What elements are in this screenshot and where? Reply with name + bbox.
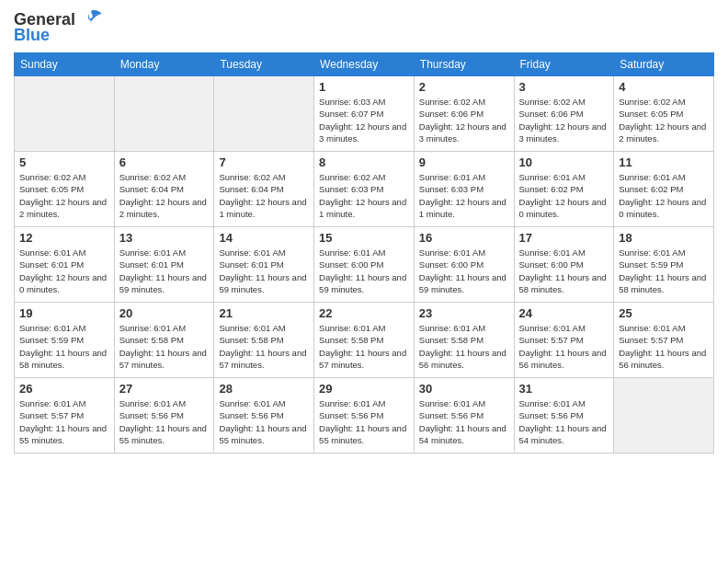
logo: General Blue (14, 9, 104, 45)
calendar-week-row: 1Sunrise: 6:03 AM Sunset: 6:07 PM Daylig… (15, 76, 714, 152)
day-number: 3 (519, 80, 609, 94)
day-info: Sunrise: 6:01 AM Sunset: 5:56 PM Dayligh… (419, 397, 509, 446)
day-info: Sunrise: 6:02 AM Sunset: 6:06 PM Dayligh… (419, 96, 509, 144)
page-container: General Blue SundayMondayTuesdayWednesda… (0, 0, 728, 563)
day-number: 21 (219, 306, 309, 320)
day-info: Sunrise: 6:01 AM Sunset: 5:57 PM Dayligh… (519, 322, 609, 371)
day-info: Sunrise: 6:01 AM Sunset: 6:02 PM Dayligh… (619, 171, 709, 220)
day-info: Sunrise: 6:01 AM Sunset: 6:01 PM Dayligh… (219, 247, 309, 295)
calendar-cell: 25Sunrise: 6:01 AM Sunset: 5:57 PM Dayli… (614, 303, 714, 378)
calendar-cell: 8Sunrise: 6:02 AM Sunset: 6:03 PM Daylig… (314, 152, 415, 227)
day-info: Sunrise: 6:01 AM Sunset: 5:56 PM Dayligh… (119, 397, 210, 446)
calendar-cell: 27Sunrise: 6:01 AM Sunset: 5:56 PM Dayli… (114, 378, 214, 454)
day-info: Sunrise: 6:02 AM Sunset: 6:03 PM Dayligh… (319, 171, 409, 220)
calendar-day-header: Sunday (15, 53, 115, 76)
day-info: Sunrise: 6:01 AM Sunset: 6:00 PM Dayligh… (519, 247, 609, 295)
calendar-cell: 20Sunrise: 6:01 AM Sunset: 5:58 PM Dayli… (114, 303, 214, 378)
day-number: 13 (119, 231, 210, 245)
calendar-cell: 30Sunrise: 6:01 AM Sunset: 5:56 PM Dayli… (414, 378, 514, 454)
day-info: Sunrise: 6:01 AM Sunset: 5:56 PM Dayligh… (319, 397, 409, 446)
day-number: 31 (519, 382, 609, 396)
day-info: Sunrise: 6:01 AM Sunset: 6:01 PM Dayligh… (19, 247, 109, 295)
day-number: 30 (419, 382, 509, 396)
day-number: 19 (19, 306, 109, 320)
day-number: 1 (319, 80, 409, 94)
calendar-cell: 29Sunrise: 6:01 AM Sunset: 5:56 PM Dayli… (314, 378, 415, 454)
day-number: 7 (219, 155, 309, 169)
calendar-cell (114, 76, 214, 152)
calendar-cell: 7Sunrise: 6:02 AM Sunset: 6:04 PM Daylig… (214, 152, 314, 227)
day-number: 10 (519, 155, 609, 169)
day-number: 25 (619, 306, 709, 320)
day-number: 6 (119, 155, 210, 169)
day-number: 24 (519, 306, 609, 320)
day-number: 15 (319, 231, 409, 245)
calendar-cell: 22Sunrise: 6:01 AM Sunset: 5:58 PM Dayli… (314, 303, 415, 378)
calendar-cell (614, 378, 714, 454)
day-info: Sunrise: 6:01 AM Sunset: 5:56 PM Dayligh… (219, 397, 309, 446)
day-number: 4 (619, 80, 709, 94)
calendar-cell: 28Sunrise: 6:01 AM Sunset: 5:56 PM Dayli… (214, 378, 314, 454)
day-number: 22 (319, 306, 409, 320)
day-number: 16 (419, 231, 509, 245)
day-info: Sunrise: 6:01 AM Sunset: 5:57 PM Dayligh… (19, 397, 109, 446)
day-info: Sunrise: 6:01 AM Sunset: 5:58 PM Dayligh… (319, 322, 409, 371)
calendar-week-row: 26Sunrise: 6:01 AM Sunset: 5:57 PM Dayli… (15, 378, 714, 454)
day-number: 28 (219, 382, 309, 396)
calendar-cell: 12Sunrise: 6:01 AM Sunset: 6:01 PM Dayli… (15, 227, 115, 303)
day-number: 12 (19, 231, 109, 245)
day-info: Sunrise: 6:01 AM Sunset: 5:56 PM Dayligh… (519, 397, 609, 446)
calendar-cell: 2Sunrise: 6:02 AM Sunset: 6:06 PM Daylig… (414, 76, 514, 152)
calendar-day-header: Wednesday (314, 53, 415, 76)
calendar-cell: 5Sunrise: 6:02 AM Sunset: 6:05 PM Daylig… (15, 152, 115, 227)
calendar-cell: 19Sunrise: 6:01 AM Sunset: 5:59 PM Dayli… (15, 303, 115, 378)
day-info: Sunrise: 6:01 AM Sunset: 5:57 PM Dayligh… (619, 322, 709, 371)
day-info: Sunrise: 6:02 AM Sunset: 6:04 PM Dayligh… (119, 171, 210, 220)
calendar-cell: 21Sunrise: 6:01 AM Sunset: 5:58 PM Dayli… (214, 303, 314, 378)
logo-bird-icon (78, 9, 104, 29)
calendar-day-header: Tuesday (214, 53, 314, 76)
calendar-cell: 31Sunrise: 6:01 AM Sunset: 5:56 PM Dayli… (514, 378, 614, 454)
calendar-cell: 6Sunrise: 6:02 AM Sunset: 6:04 PM Daylig… (114, 152, 214, 227)
day-number: 8 (319, 155, 409, 169)
day-number: 29 (319, 382, 409, 396)
calendar-week-row: 5Sunrise: 6:02 AM Sunset: 6:05 PM Daylig… (15, 152, 714, 227)
day-info: Sunrise: 6:02 AM Sunset: 6:05 PM Dayligh… (619, 96, 709, 144)
day-info: Sunrise: 6:01 AM Sunset: 6:01 PM Dayligh… (119, 247, 210, 295)
calendar-cell: 26Sunrise: 6:01 AM Sunset: 5:57 PM Dayli… (15, 378, 115, 454)
day-number: 20 (119, 306, 210, 320)
calendar-cell (15, 76, 115, 152)
calendar-cell: 24Sunrise: 6:01 AM Sunset: 5:57 PM Dayli… (514, 303, 614, 378)
calendar-cell: 13Sunrise: 6:01 AM Sunset: 6:01 PM Dayli… (114, 227, 214, 303)
day-number: 11 (619, 155, 709, 169)
day-number: 5 (19, 155, 109, 169)
calendar-day-header: Friday (514, 53, 614, 76)
calendar-week-row: 19Sunrise: 6:01 AM Sunset: 5:59 PM Dayli… (15, 303, 714, 378)
day-number: 27 (119, 382, 210, 396)
calendar-cell (214, 76, 314, 152)
calendar-cell: 9Sunrise: 6:01 AM Sunset: 6:03 PM Daylig… (414, 152, 514, 227)
calendar-cell: 11Sunrise: 6:01 AM Sunset: 6:02 PM Dayli… (614, 152, 714, 227)
day-info: Sunrise: 6:01 AM Sunset: 5:58 PM Dayligh… (219, 322, 309, 371)
calendar-cell: 16Sunrise: 6:01 AM Sunset: 6:00 PM Dayli… (414, 227, 514, 303)
day-info: Sunrise: 6:01 AM Sunset: 5:58 PM Dayligh… (419, 322, 509, 371)
calendar-cell: 1Sunrise: 6:03 AM Sunset: 6:07 PM Daylig… (314, 76, 415, 152)
calendar-cell: 17Sunrise: 6:01 AM Sunset: 6:00 PM Dayli… (514, 227, 614, 303)
day-info: Sunrise: 6:01 AM Sunset: 6:00 PM Dayligh… (419, 247, 509, 295)
day-info: Sunrise: 6:01 AM Sunset: 6:03 PM Dayligh… (419, 171, 509, 220)
calendar-table: SundayMondayTuesdayWednesdayThursdayFrid… (14, 52, 714, 454)
day-number: 23 (419, 306, 509, 320)
day-info: Sunrise: 6:03 AM Sunset: 6:07 PM Dayligh… (319, 96, 409, 144)
calendar-cell: 4Sunrise: 6:02 AM Sunset: 6:05 PM Daylig… (614, 76, 714, 152)
day-info: Sunrise: 6:02 AM Sunset: 6:04 PM Dayligh… (219, 171, 309, 220)
day-number: 9 (419, 155, 509, 169)
day-number: 26 (19, 382, 109, 396)
day-number: 18 (619, 231, 709, 245)
day-number: 17 (519, 231, 609, 245)
day-info: Sunrise: 6:01 AM Sunset: 5:59 PM Dayligh… (619, 247, 709, 295)
calendar-day-header: Thursday (414, 53, 514, 76)
day-info: Sunrise: 6:01 AM Sunset: 6:00 PM Dayligh… (319, 247, 409, 295)
calendar-cell: 18Sunrise: 6:01 AM Sunset: 5:59 PM Dayli… (614, 227, 714, 303)
calendar-day-header: Saturday (614, 53, 714, 76)
calendar-cell: 10Sunrise: 6:01 AM Sunset: 6:02 PM Dayli… (514, 152, 614, 227)
